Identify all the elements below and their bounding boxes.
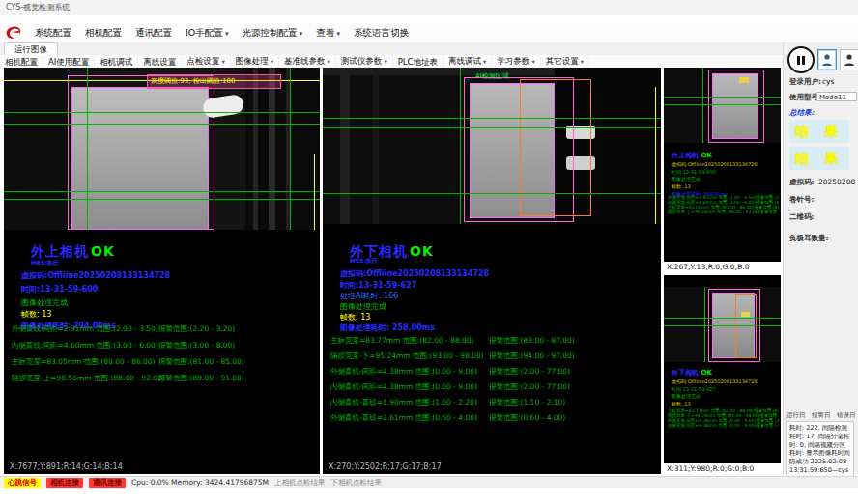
result-ok-badge: OK: [91, 243, 115, 259]
needle-number-label: 卷针号:: [789, 195, 815, 205]
tab-run-image[interactable]: 运行图像: [4, 42, 58, 56]
machinery-streak: [340, 68, 350, 224]
machinery-streak: [269, 68, 275, 230]
overlay-line: [4, 191, 320, 192]
tool-ai-config[interactable]: AI使用配置: [43, 56, 95, 68]
tool-offline-debug[interactable]: 离线调试: [443, 55, 492, 68]
bright-reflection: [739, 77, 749, 83]
login-user-button[interactable]: [817, 49, 837, 70]
pixel-coords-readout: X:7677;Y:891;R:14;G:14;B:14: [10, 462, 123, 471]
alarm-range: 报警范围:(0.60 - 4.00): [489, 413, 565, 423]
tool-plc-address[interactable]: PLC地址表: [393, 56, 443, 68]
machinery-streak: [253, 68, 258, 230]
login-user-value: cys: [822, 77, 834, 86]
process-done-line: 图像处理完成: [21, 297, 68, 308]
camera-view-lower[interactable]: AI检测区域: [323, 68, 661, 224]
cpu-memory-readout: Cpu: 0.0% Memory: 3424.41796875M: [131, 478, 269, 487]
user-icon: [844, 53, 855, 67]
machinery-shadow: [4, 68, 68, 230]
overlay-line: [664, 97, 781, 98]
overlay-line: [4, 112, 320, 113]
result-ok-badge: OK: [410, 243, 434, 259]
menu-comm-config[interactable]: 通讯配置: [129, 25, 178, 42]
virtual-code-value: 20250208: [818, 178, 855, 186]
tool-image-processing[interactable]: 图像处理: [231, 55, 279, 68]
user-manage-button[interactable]: [840, 49, 858, 70]
tool-camera-config[interactable]: 相机配置: [0, 56, 43, 68]
heartbeat-status-badge: 心跳信号: [4, 478, 41, 488]
model-select[interactable]: Mode11: [816, 92, 857, 101]
menu-io-config[interactable]: IO手配置: [180, 25, 235, 42]
tool-offline-settings[interactable]: 离线设置: [138, 56, 182, 68]
window-title: CYS-视觉检测系统: [6, 3, 70, 12]
small-panel-lower: 外下相机 OK 虚拟码:Offliine20250208133134728 时间…: [664, 275, 781, 474]
log-output[interactable]: 耗时: 222, 间隔检测耗时: 17, 间隔分毫耗时: 0, 间隔视频分区耗时…: [786, 421, 854, 477]
alarm-range: 报警范围:(3.00 - 8.00): [158, 341, 235, 350]
measure-row: 隔膜宽度-下=95.24mm 范围:(93.00 - 98.00): [330, 351, 484, 361]
total-result-label: 总结果:: [789, 108, 815, 118]
overlay-line: [460, 68, 461, 224]
small-panel-upper: 外上相机 OK 虚拟码:Offliine20250208133134728 时间…: [664, 68, 781, 272]
overlay-line: [704, 287, 705, 362]
overlay-roi-box: [708, 70, 764, 143]
small-result-text-upper: 外上相机 OK 虚拟码:Offliine20250208133134728 时间…: [672, 151, 779, 199]
overlay-ai-box: [520, 79, 591, 216]
tool-camera-debug[interactable]: 相机调试: [95, 56, 138, 68]
small-measure-rows: 外侧直线:间距=2.91mm 范围:(2.00 - 3.50)报警范围:(2.2…: [668, 195, 779, 214]
overlay-yellow-line: [655, 87, 656, 224]
tool-other-settings[interactable]: 其它设置: [541, 55, 589, 68]
measure-row: 内侧直线:间距=4.60mm 范围:(3.00 - 6.00): [12, 341, 158, 350]
sidebar-button-row: [787, 46, 858, 73]
user-icon: [821, 53, 833, 67]
menu-light-config[interactable]: 光源控制配置: [237, 25, 309, 42]
small-camera-view-upper[interactable]: [664, 68, 781, 143]
measure-row: 内侧直线-直线=1.90mm 范围:(1.00 - 2.20): [330, 398, 477, 407]
tool-spot-check[interactable]: 点检设置: [182, 55, 230, 68]
measure-row: 主标宽度=83.05mm 范围:(80.00 - 86.00): [12, 357, 156, 367]
overlay-line: [323, 118, 661, 119]
alarm-range: 报警范围:(1.10 - 2.10): [489, 398, 565, 407]
workpiece: [72, 87, 209, 230]
camera-view-upper[interactable]: 灰度阈值:93, 检出阈值:100: [4, 68, 320, 230]
overlay-line: [4, 199, 320, 200]
pause-icon: [797, 56, 800, 65]
small-result-text-lower: 外下相机 OK 虚拟码:Offliine20250208133134728 时间…: [672, 368, 779, 408]
measure-row: 主标宽度=83.77mm 范围:(82.00 - 88.00): [330, 336, 474, 346]
overlay-line: [323, 127, 661, 128]
tool-tester-params[interactable]: 测试仪参数: [336, 55, 393, 68]
time-line: 时间:13-31-59-627: [340, 280, 416, 291]
right-sidebar: 登录用户: cys 使用型号: Mode11 总结果: 结 果 结 果 虚拟码:…: [783, 42, 858, 474]
camera-panel-upper: 灰度阈值:93, 检出阈值:100 外上相机OK MES:执行 虚拟码:Offl…: [4, 68, 320, 474]
small-camera-view-lower[interactable]: [664, 287, 781, 362]
elapsed-line: 图像处理耗时: 258.00ms: [340, 322, 435, 333]
measure-row: 外侧直线:间距=2.91mm 范围:(2.00 - 3.50): [12, 324, 158, 334]
qr-code-label: 二维码:: [789, 212, 815, 222]
time-line: 时间:13-31-59-600: [21, 284, 98, 294]
frame-count-line: 帧数: 13: [340, 312, 370, 322]
alarm-range: 报警范围:(83.00 - 87.00): [489, 336, 575, 346]
toolbar: 相机配置 AI使用配置 相机调试 离线设置 点检设置 图像处理 基准线参数 测试…: [0, 55, 783, 69]
alarm-range: 报警范围:(2.20 - 3.20): [158, 324, 235, 334]
lower-camera-check-result: 下相机点检结果: [331, 478, 383, 488]
virtual-code-line: 虚拟码:Offliine20250208133134728: [21, 270, 170, 281]
small-panels-column: 外上相机 OK 虚拟码:Offliine20250208133134728 时间…: [664, 68, 781, 474]
overlay-ai-box: [735, 294, 757, 358]
pixel-coords-readout: X:270;Y:2502;R:17;G:17;B:17: [329, 462, 442, 471]
menu-view[interactable]: 查看: [310, 25, 346, 42]
overlay-line: [664, 318, 781, 319]
alarm-range: 报警范围:(2.00 - 77.00): [489, 367, 570, 377]
tool-baseline-params[interactable]: 基准线参数: [279, 55, 336, 68]
tool-learning-params[interactable]: 学习参数: [492, 55, 540, 68]
virtual-code-line: 虚拟码:Offliine20250208133134728: [340, 268, 489, 279]
overlay-line: [87, 68, 88, 230]
overlay-yellow-line: [314, 154, 315, 230]
pause-button[interactable]: [787, 46, 815, 73]
menu-camera-config[interactable]: 相机配置: [79, 25, 128, 42]
measure-row: 内侧直线-间距=4.38mm 范围:(0.00 - 9.00): [330, 382, 477, 392]
status-bar: 心跳信号 相机连接 通讯连接 Cpu: 0.0% Memory: 3424.41…: [0, 476, 858, 488]
measure-row: 隔膜宽度-上=90.56mm 范围:(88.00 - 92.00): [12, 374, 165, 383]
overlay-line: [290, 68, 291, 230]
menu-language-switch[interactable]: 系统语言切换: [348, 25, 415, 42]
tab-strip: 运行图像: [0, 42, 783, 56]
menu-system-config[interactable]: 系统配置: [29, 25, 77, 42]
